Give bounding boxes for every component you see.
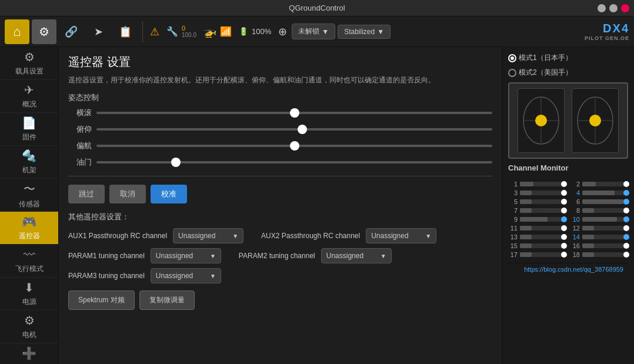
- settings-icon[interactable]: ⚙: [32, 19, 56, 44]
- channel-dot-10: [623, 216, 629, 222]
- channel-fill-1: [520, 182, 533, 186]
- channel-row-15: 15: [508, 242, 566, 249]
- channel-row-6: 6: [570, 198, 628, 205]
- sidebar-item-motor[interactable]: ⚙ 电机: [0, 310, 58, 343]
- action-buttons: 跳过 取消 校准: [68, 185, 492, 203]
- mode1-radio[interactable]: [508, 54, 516, 62]
- channel-row-5: 5: [508, 198, 566, 205]
- channel-fill-10: [582, 217, 617, 222]
- slider-thumb-3[interactable]: [171, 158, 181, 167]
- mode-label: Stabilized: [344, 28, 375, 36]
- cancel-button[interactable]: 取消: [109, 185, 146, 203]
- sidebar-item-rc-label: 遥控器: [19, 231, 40, 241]
- channel-bar-17: [520, 252, 566, 257]
- channel-dot-17: [561, 252, 567, 258]
- channel-grid: 1 2 3: [508, 181, 628, 258]
- close-button[interactable]: [621, 4, 629, 12]
- channel-fill-2: [582, 182, 596, 186]
- sidebar-item-flightmode[interactable]: 〰 飞行模式: [0, 245, 58, 278]
- channel-fill-9: [520, 217, 548, 222]
- mode2-option[interactable]: 模式2（美国手）: [508, 68, 572, 78]
- dropdown-arrow-0-left: ▼: [232, 233, 238, 239]
- channel-num-4: 4: [570, 189, 580, 196]
- slider-thumb-1[interactable]: [298, 125, 307, 134]
- channel-dot-14: [623, 234, 629, 240]
- sidebar-item-sensors[interactable]: 〜 传感器: [0, 179, 58, 212]
- channel-fill-14: [582, 235, 594, 239]
- toolbar-separator: [142, 21, 143, 42]
- channel-num-9: 9: [508, 216, 518, 223]
- setting-left-dropdown-2[interactable]: Unassigned ▼: [151, 268, 221, 283]
- slider-track-0[interactable]: [96, 112, 492, 114]
- channel-num-17: 17: [508, 251, 518, 258]
- sidebar-item-safety[interactable]: ➕ 安全: [0, 343, 58, 364]
- joystick-right: [572, 88, 619, 153]
- channel-dot-8: [623, 208, 629, 213]
- setting-right-dropdown-1[interactable]: Unassigned ▼: [321, 248, 392, 263]
- doc-icon[interactable]: 📋: [113, 19, 138, 44]
- slider-track-1[interactable]: [96, 128, 492, 131]
- maximize-button[interactable]: [609, 4, 618, 12]
- other-settings-title: 其他遥控器设置：: [68, 212, 492, 222]
- channel-dot-18: [623, 252, 629, 258]
- skip-button[interactable]: 跳过: [68, 185, 105, 203]
- channel-row-18: 18: [570, 251, 628, 258]
- mode-button[interactable]: Stabilized ▼: [338, 25, 391, 39]
- vehicle-icon[interactable]: 🔗: [59, 19, 84, 44]
- channel-num-5: 5: [508, 198, 518, 205]
- slider-track-3[interactable]: [96, 161, 492, 163]
- channel-fill-8: [582, 208, 594, 213]
- brand-logo: DX4 PILOT GEN.OE: [585, 22, 629, 41]
- sidebar-item-power[interactable]: ⬇ 电源: [0, 278, 58, 310]
- calibrate-button[interactable]: 校准: [151, 185, 187, 203]
- minimize-button[interactable]: [598, 4, 606, 12]
- mode1-label: 模式1（日本手）: [519, 53, 572, 63]
- sidebar-item-rc[interactable]: 🎮 遥控器: [0, 212, 58, 245]
- slider-thumb-2[interactable]: [290, 141, 299, 151]
- slider-track-2[interactable]: [96, 145, 492, 147]
- lock-label: 未解锁: [298, 26, 319, 36]
- sidebar-item-airframe[interactable]: 🔩 机架: [0, 146, 58, 179]
- sidebar-item-sensors-label: 传感器: [19, 199, 40, 209]
- lock-button[interactable]: 未解锁 ▼: [292, 24, 335, 39]
- home-icon[interactable]: ⌂: [5, 19, 29, 44]
- sidebar-item-summary[interactable]: ✈ 概况: [0, 80, 58, 113]
- channel-num-2: 2: [570, 181, 580, 188]
- channel-dot-11: [561, 225, 567, 231]
- channel-fill-3: [520, 191, 532, 195]
- channel-bar-7: [520, 208, 566, 213]
- summary-sidebar-icon: ✈: [24, 83, 34, 97]
- channel-num-6: 6: [570, 198, 580, 205]
- power-sidebar-icon: ⬇: [24, 280, 34, 295]
- svg-point-3: [535, 115, 547, 126]
- slider-row-0: 横滚: [68, 108, 492, 118]
- sidebar-item-firmware[interactable]: 📄 固件: [0, 113, 58, 146]
- settings-sidebar-icon: ⚙: [24, 50, 35, 64]
- settings-row-2: PARAM3 tuning channel Unassigned ▼: [68, 268, 492, 283]
- slider-label-1: 俯仰: [68, 124, 92, 135]
- lock-arrow: ▼: [322, 28, 329, 36]
- brand-sub: PILOT GEN.OE: [585, 35, 629, 41]
- channel-bar-11: [520, 226, 566, 231]
- wrench-number: 0: [182, 25, 196, 32]
- channel-bar-9: [520, 217, 566, 222]
- setting-left-value-1: Unassigned: [156, 252, 193, 260]
- channel-bar-4: [582, 191, 628, 195]
- channel-bar-18: [582, 252, 628, 257]
- channel-dot-1: [561, 181, 567, 187]
- spektrum-button[interactable]: Spektrum 对频: [68, 290, 135, 310]
- setting-left-dropdown-0[interactable]: Unassigned ▼: [173, 228, 243, 243]
- setting-right-dropdown-0[interactable]: Unassigned ▼: [366, 228, 436, 243]
- setting-right-label-0: AUX2 Passthrough RC channel: [261, 232, 360, 240]
- channel-num-10: 10: [570, 216, 580, 223]
- joystick-left: [518, 88, 565, 153]
- channel-dot-3: [561, 190, 567, 196]
- statusbar: https://blog.csdn.net/qq_38768959: [508, 263, 628, 275]
- slider-thumb-0[interactable]: [290, 108, 299, 118]
- copy-trim-button[interactable]: 复制微调量: [139, 290, 195, 310]
- mode1-option[interactable]: 模式1（日本手）: [508, 53, 572, 63]
- setting-left-dropdown-1[interactable]: Unassigned ▼: [151, 248, 221, 263]
- mode2-radio[interactable]: [508, 69, 516, 77]
- status-url: https://blog.csdn.net/qq_38768959: [524, 266, 623, 273]
- send-icon[interactable]: ➤: [86, 19, 111, 44]
